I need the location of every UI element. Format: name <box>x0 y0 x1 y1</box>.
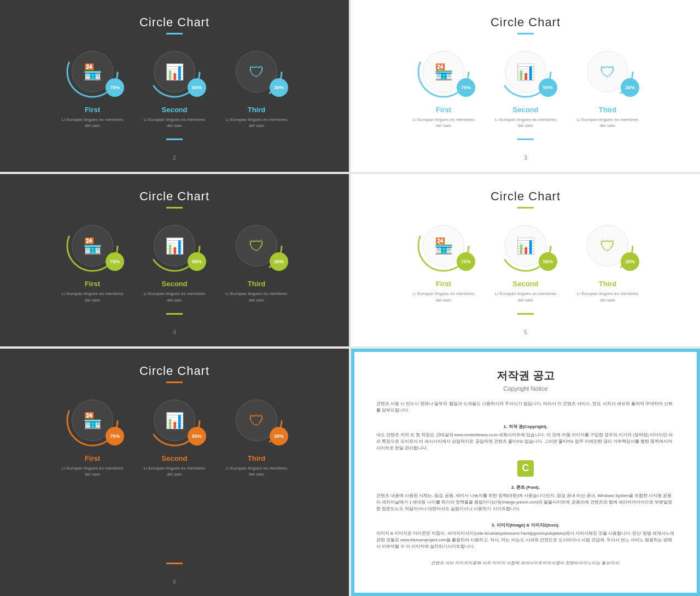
store-icon-3-1: 🏪 <box>83 237 102 255</box>
slide-1-item-3: 🛡 30% Third Li Europan lingues es membre… <box>224 44 289 133</box>
item-4-3-label: Third <box>599 280 617 288</box>
slide-4-item-1: 🏪 75% First Li Europan lingues es membre… <box>411 218 476 307</box>
item-3-2-desc: Li Europan lingues es membres del sam <box>142 291 207 303</box>
badge-3-3: 30% <box>270 252 288 271</box>
item-2-desc: Li Europan lingues es membres del sam <box>142 117 207 129</box>
badge-4-3: 30% <box>621 252 639 271</box>
badge-2: 55% <box>188 78 206 97</box>
item-3-1-label: First <box>85 280 100 288</box>
copyright-footer: 건텐츠 서비 이미지이용에 사치 이미지 사참에 새의사이트마이서명비 찬텐비사… <box>431 560 621 566</box>
item-2-1-label: First <box>436 106 451 114</box>
copyright-title: 저작권 공고 <box>497 368 555 383</box>
circle-wrapper-1: 🏪 75% <box>65 44 120 99</box>
badge-3-2: 55% <box>188 252 206 271</box>
badge-4-1: 75% <box>457 252 475 271</box>
item-3-desc: Li Europan lingues es membres del sam <box>224 117 289 129</box>
badge-5-1: 75% <box>106 427 124 445</box>
copyright-s1-title: 1. 저작 권(Copyright). <box>504 424 547 430</box>
slide-5-number: 6 <box>173 578 176 585</box>
item-3-3-desc: Li Europan lingues es membres del sam <box>224 291 289 303</box>
copyright-s1-text: 내도 건텐츠 저의 또 청 처정요 건테설의 www.contentbravo.… <box>376 432 675 452</box>
badge-5-3: 30% <box>270 427 288 445</box>
slide-1-underline <box>166 33 183 34</box>
badge-2-2: 55% <box>539 78 557 97</box>
badge-4-2: 55% <box>539 252 557 271</box>
circle-wrapper-2: 📊 55% <box>147 44 202 99</box>
slide-3-item-1: 🏪 75% First Li Europan lingues es membre… <box>60 218 125 307</box>
slide-3-item-3: 🛡 30% Third Li Europan lingues es membre… <box>224 218 289 307</box>
badge-3: 30% <box>270 78 288 97</box>
circle-wrapper-2-2: 📊 55% <box>498 44 553 99</box>
copyright-s2-title: 2. 폰트 (Font). <box>511 484 540 490</box>
item-2-3-desc: Li Europan lingues es membres del sam <box>575 117 640 129</box>
item-5-2-label: Second <box>162 454 188 462</box>
item-5-3-label: Third <box>248 454 266 462</box>
item-5-1-desc: Li Europan lingues es membres del sam <box>60 465 125 477</box>
slide-2-number: 3 <box>524 154 527 161</box>
shield-icon-3-3: 🛡 <box>249 237 264 255</box>
circle-wrapper-4-3: 🛡 30% <box>580 218 635 273</box>
slide-3-number: 4 <box>173 329 176 335</box>
slide-5-underline <box>166 381 183 383</box>
shield-icon-5-3: 🛡 <box>249 411 264 429</box>
circle-wrapper-3-3: 🛡 30% <box>229 218 284 273</box>
chart-icon-3-2: 📊 <box>165 237 184 255</box>
slide-5-title: Circle Chart <box>139 364 209 378</box>
circle-wrapper-5-1: 🏪 75% <box>65 393 120 448</box>
slide-3-title: Circle Chart <box>139 189 209 204</box>
slide-3-item-2: 📊 55% Second Li Europan lingues es membr… <box>142 218 207 307</box>
store-icon-5-1: 🏪 <box>83 411 102 429</box>
circle-wrapper-3-1: 🏪 75% <box>65 218 120 273</box>
store-icon-1: 🏪 <box>83 63 102 81</box>
item-4-1-desc: Li Europan lingues es membres del sam <box>411 291 476 303</box>
slide-4-title: Circle Chart <box>491 189 561 204</box>
badge-2-1: 75% <box>457 78 475 97</box>
slide-4-underline <box>517 207 534 209</box>
item-1-label: First <box>85 106 100 114</box>
slide-1-item-2: 📊 55% Second Li Europan lingues es membr… <box>142 44 207 133</box>
slide-3-circles: 🏪 75% First Li Europan lingues es membre… <box>60 218 289 307</box>
item-5-3-desc: Li Europan lingues es membres del sam <box>224 465 289 477</box>
slide-2-item-1: 🏪 75% First Li Europan lingues es membre… <box>411 44 476 133</box>
slide-4-item-3: 🛡 30% Third Li Europan lingues es membre… <box>575 218 640 307</box>
item-4-2-label: Second <box>513 280 539 288</box>
slide-5-item-1: 🏪 75% First Li Europan lingues es membre… <box>60 393 125 557</box>
item-5-2-desc: Li Europan lingues es membres del sam <box>142 465 207 477</box>
item-2-2-label: Second <box>513 106 539 114</box>
circle-wrapper-3: 🛡 30% <box>229 44 284 99</box>
slide-5-bottom-line <box>166 563 183 564</box>
item-3-2-label: Second <box>162 280 188 288</box>
badge-2-3: 30% <box>621 78 639 97</box>
circle-wrapper-4-2: 📊 55% <box>498 218 553 273</box>
slide-1-circles: 🏪 75% First Li Europan lingues es membre… <box>60 44 289 133</box>
slide-1: Circle Chart 🏪 75% First Li Europan ling… <box>0 0 349 172</box>
slide-5: Circle Chart 🏪 75% First Li Europan ling… <box>0 349 349 596</box>
slide-2-title: Circle Chart <box>491 15 561 30</box>
chart-icon-4-2: 📊 <box>516 237 535 255</box>
slide-5-circles: 🏪 75% First Li Europan lingues es membre… <box>60 393 289 557</box>
item-3-label: Third <box>248 106 266 114</box>
item-3-1-desc: Li Europan lingues es membres del sam <box>60 291 125 303</box>
chart-icon-2: 📊 <box>165 63 184 81</box>
slide-2: Circle Chart 🏪 75% First Li Europan ling… <box>351 0 700 172</box>
slide-4-number: 5 <box>524 329 527 335</box>
slide-1-item-1: 🏪 75% First Li Europan lingues es membre… <box>60 44 125 133</box>
slide-4-item-2: 📊 55% Second Li Europan lingues es membr… <box>493 218 558 307</box>
slide-3-underline <box>166 207 183 209</box>
slide-copyright: 저작권 공고 Copyright Notice 건텐츠 서용 시 반드시 전채나… <box>351 349 700 596</box>
slide-2-underline <box>517 33 534 34</box>
circle-wrapper-3-2: 📊 55% <box>147 218 202 273</box>
chart-icon-2-2: 📊 <box>516 63 535 81</box>
item-1-desc: Li Europan lingues es membres del sam <box>60 117 125 129</box>
shield-icon-2-3: 🛡 <box>600 63 615 81</box>
slide-3: Circle Chart 🏪 75% First Li Europan ling… <box>0 174 349 346</box>
copyright-s2-text: 건텐츠 내용에 사용된 서체는, 점검 공용, 세비서 나농지를 위한 정책(대… <box>376 493 675 512</box>
item-4-2-desc: Li Europan lingues es membres del sam <box>493 291 558 303</box>
copyright-logo: C <box>517 460 534 477</box>
slide-3-bottom-line <box>166 313 183 315</box>
slide-2-circles: 🏪 75% First Li Europan lingues es membre… <box>411 44 640 133</box>
copyright-s3-text: 이미지 & 이미지은 아이콘은 지침이, 파야지이서이는ete Anutisan… <box>376 530 675 550</box>
badge-1: 75% <box>106 78 124 97</box>
badge-5-2: 55% <box>188 427 206 445</box>
store-icon-4-1: 🏪 <box>434 237 453 255</box>
